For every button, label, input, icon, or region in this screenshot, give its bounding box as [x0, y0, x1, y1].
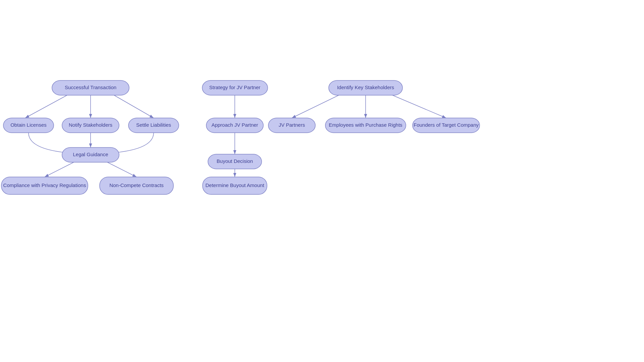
node-compliance-privacy-label: Compliance with Privacy Regulations	[3, 182, 86, 188]
node-determine-buyout-label: Determine Buyout Amount	[205, 182, 264, 188]
node-legal-guidance-label: Legal Guidance	[73, 152, 108, 157]
node-founders-target-label: Founders of Target Company	[414, 122, 479, 128]
node-approach-jv-label: Approach JV Partner	[211, 122, 258, 128]
node-successful-transaction-label: Successful Transaction	[65, 84, 116, 90]
edge-lg-ncc	[107, 162, 137, 177]
node-jv-partners-label: JV Partners	[279, 122, 305, 128]
edge-lg-cpr	[45, 162, 74, 177]
node-obtain-licenses-label: Obtain Licenses	[10, 122, 47, 128]
node-identify-stakeholders-label: Identify Key Stakeholders	[337, 84, 394, 90]
edge-iks-ftc	[392, 95, 446, 118]
node-notify-stakeholders-label: Notify Stakeholders	[69, 122, 112, 128]
node-employees-purchase-label: Employees with Purchase Rights	[329, 122, 402, 128]
edge-iks-jvp	[292, 95, 339, 118]
node-buyout-decision-label: Buyout Decision	[217, 158, 253, 164]
node-settle-liabilities-label: Settle Liabilities	[136, 122, 171, 128]
edge-st-ol	[25, 95, 67, 118]
edge-st-sl	[114, 95, 154, 118]
node-strategy-jv-label: Strategy for JV Partner	[209, 84, 261, 90]
node-non-compete-label: Non-Compete Contracts	[109, 182, 164, 188]
